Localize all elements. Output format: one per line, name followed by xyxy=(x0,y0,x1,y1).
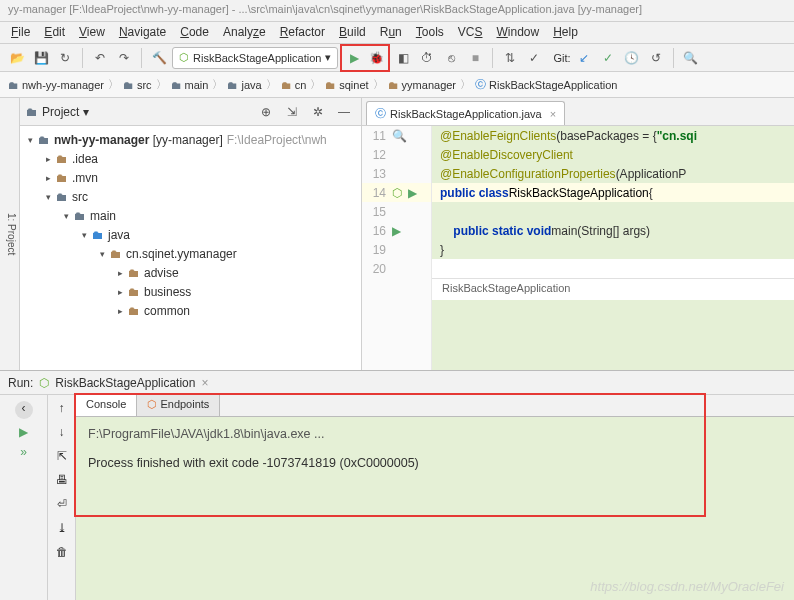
commit-icon[interactable]: ✓ xyxy=(523,47,545,69)
hide-icon[interactable]: — xyxy=(333,101,355,123)
tree-root[interactable]: ▾🖿nwh-yy-manager [yy-manager]F:\IdeaProj… xyxy=(20,130,361,149)
menu-window[interactable]: Window xyxy=(489,22,546,43)
git-revert-icon[interactable]: ↺ xyxy=(645,47,667,69)
bc-src[interactable]: 🖿src xyxy=(123,79,152,91)
attach-icon[interactable]: ⎋ xyxy=(440,47,462,69)
refresh-icon[interactable]: ↻ xyxy=(54,47,76,69)
tree-item-mvn[interactable]: ▸🖿.mvn xyxy=(20,168,361,187)
editor-tab[interactable]: ⓒ RiskBackStageApplication.java × xyxy=(366,101,565,125)
git-history-icon[interactable]: 🕓 xyxy=(621,47,643,69)
folder-icon: 🖿 xyxy=(54,171,70,185)
tree-item-advise[interactable]: ▸🖿advise xyxy=(20,263,361,282)
menu-view[interactable]: View xyxy=(72,22,112,43)
run-icon[interactable]: ▶ xyxy=(343,47,365,69)
menu-code[interactable]: Code xyxy=(173,22,216,43)
bc-cn[interactable]: 🖿cn xyxy=(281,79,307,91)
git-push-icon[interactable]: ✓ xyxy=(597,47,619,69)
code-area[interactable]: @EnableFeignClients(basePackages = { "cn… xyxy=(432,126,794,370)
module-icon: 🖿 xyxy=(36,133,52,147)
title-bar: yy-manager [F:\IdeaProject\nwh-yy-manage… xyxy=(0,0,794,22)
rerun-icon[interactable]: ▶ xyxy=(19,425,28,439)
tree-item-src[interactable]: ▾🖿src xyxy=(20,187,361,206)
hammer-icon[interactable]: 🔨 xyxy=(148,47,170,69)
bc-class[interactable]: ⓒRiskBackStageApplication xyxy=(475,77,617,92)
stop-icon[interactable]: ■ xyxy=(464,47,486,69)
undo-icon[interactable]: ↶ xyxy=(89,47,111,69)
folder-icon: 🖿 xyxy=(227,79,238,91)
code-editor[interactable]: 11🔍 12 13 14⬡▶ 15 16▶ 19 20 @EnableFeign… xyxy=(362,126,794,370)
spring-icon: ⬡ xyxy=(39,376,49,390)
open-icon[interactable]: 📂 xyxy=(6,47,28,69)
console-tab[interactable]: Console xyxy=(76,395,137,416)
bc-main[interactable]: 🖿main xyxy=(171,79,209,91)
menu-edit[interactable]: Edit xyxy=(37,22,72,43)
spring-icon[interactable]: ⬡ xyxy=(392,186,402,200)
project-panel-title[interactable]: 🖿 Project ▾ xyxy=(26,105,89,119)
update-icon[interactable]: ⇅ xyxy=(499,47,521,69)
bc-root[interactable]: 🖿nwh-yy-manager xyxy=(8,79,104,91)
breadcrumb: 🖿nwh-yy-manager〉 🖿src〉 🖿main〉 🖿java〉 🖿cn… xyxy=(0,72,794,98)
folder-icon: 🖿 xyxy=(171,79,182,91)
scroll-icon[interactable]: ⤓ xyxy=(57,521,67,535)
down-icon[interactable]: ↓ xyxy=(59,425,65,439)
editor-panel: ⓒ RiskBackStageApplication.java × 11🔍 12… xyxy=(362,98,794,370)
project-tool-tab[interactable]: 1: Project xyxy=(0,98,20,370)
trash-icon[interactable]: 🗑 xyxy=(56,545,68,559)
folder-icon: 🖿 xyxy=(123,79,134,91)
search-icon[interactable]: 🔍 xyxy=(680,47,702,69)
run-gutter-icon[interactable]: ▶ xyxy=(392,224,401,238)
back-icon[interactable]: ‹ xyxy=(15,401,33,419)
run-config-label: RiskBackStageApplication xyxy=(193,52,321,64)
bc-sqinet[interactable]: 🖿sqinet xyxy=(325,79,368,91)
bc-yymanager[interactable]: 🖿yymanager xyxy=(388,79,456,91)
tree-item-main[interactable]: ▾🖿main xyxy=(20,206,361,225)
menu-tools[interactable]: Tools xyxy=(409,22,451,43)
run-label: Run: xyxy=(8,376,33,390)
collapse-icon[interactable]: ⇲ xyxy=(281,101,303,123)
menu-build[interactable]: Build xyxy=(332,22,373,43)
console-output[interactable]: F:\ProgramFile\JAVA\jdk1.8\bin\java.exe … xyxy=(76,417,794,480)
run-gutter-icon[interactable]: ▶ xyxy=(408,186,417,200)
redo-icon[interactable]: ↷ xyxy=(113,47,135,69)
git-pull-icon[interactable]: ↙ xyxy=(573,47,595,69)
up-icon[interactable]: ↑ xyxy=(59,401,65,415)
export-icon[interactable]: ⇱ xyxy=(57,449,67,463)
spring-icon: ⬡ xyxy=(179,51,189,64)
tree-item-java[interactable]: ▾🖿java xyxy=(20,225,361,244)
close-icon[interactable]: × xyxy=(550,108,556,120)
tree-item-package[interactable]: ▾🖿cn.sqinet.yymanager xyxy=(20,244,361,263)
target-icon[interactable]: ⊕ xyxy=(255,101,277,123)
bc-java[interactable]: 🖿java xyxy=(227,79,261,91)
console-line: F:\ProgramFile\JAVA\jdk1.8\bin\java.exe … xyxy=(88,427,782,441)
gear-icon[interactable]: ✲ xyxy=(307,101,329,123)
menu-run[interactable]: Run xyxy=(373,22,409,43)
tree-item-common[interactable]: ▸🖿common xyxy=(20,301,361,320)
lens-icon[interactable]: 🔍 xyxy=(392,129,407,143)
wrap-icon[interactable]: ⏎ xyxy=(57,497,67,511)
tree-item-business[interactable]: ▸🖿business xyxy=(20,282,361,301)
package-icon: 🖿 xyxy=(126,266,142,280)
menu-navigate[interactable]: Navigate xyxy=(112,22,173,43)
close-icon[interactable]: × xyxy=(201,376,208,390)
tree-item-idea[interactable]: ▸🖿.idea xyxy=(20,149,361,168)
coverage-icon[interactable]: ◧ xyxy=(392,47,414,69)
print-icon[interactable]: 🖶 xyxy=(56,473,68,487)
menu-file[interactable]: File xyxy=(4,22,37,43)
menu-help[interactable]: Help xyxy=(546,22,585,43)
save-icon[interactable]: 💾 xyxy=(30,47,52,69)
main-toolbar: 📂 💾 ↻ ↶ ↷ 🔨 ⬡ RiskBackStageApplication ▾… xyxy=(0,44,794,72)
menu-analyze[interactable]: Analyze xyxy=(216,22,273,43)
run-tab-label[interactable]: RiskBackStageApplication xyxy=(55,376,195,390)
profile-icon[interactable]: ⏱ xyxy=(416,47,438,69)
debug-icon[interactable]: 🐞 xyxy=(365,47,387,69)
rerun-arrow-icon[interactable]: » xyxy=(20,445,27,459)
menu-vcs[interactable]: VCS xyxy=(451,22,490,43)
endpoints-tab[interactable]: ⬡ Endpoints xyxy=(137,395,220,416)
run-tool-window: Run: ⬡ RiskBackStageApplication × ‹ ▶ » … xyxy=(0,370,794,600)
watermark: https://blog.csdn.net/MyOracleFei xyxy=(590,579,784,594)
editor-breadcrumb[interactable]: RiskBackStageApplication xyxy=(432,278,794,300)
package-icon: 🖿 xyxy=(388,79,399,91)
package-icon: 🖿 xyxy=(108,247,124,261)
menu-refactor[interactable]: Refactor xyxy=(273,22,332,43)
run-config-selector[interactable]: ⬡ RiskBackStageApplication ▾ xyxy=(172,47,338,69)
